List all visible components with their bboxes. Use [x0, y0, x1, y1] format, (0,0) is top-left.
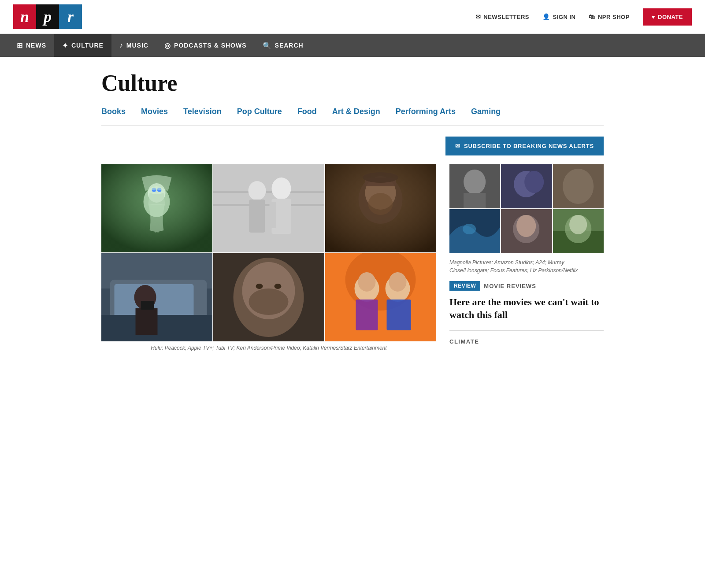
- climate-section: CLIMATE: [449, 330, 604, 345]
- review-badge: REVIEW: [449, 281, 480, 291]
- sign-in-link[interactable]: 👤 SIGN IN: [542, 13, 575, 20]
- svg-point-14: [249, 181, 266, 200]
- news-icon: ⊞: [17, 41, 23, 50]
- headphones-icon: ◎: [164, 41, 171, 50]
- sidebar-image-caption: Magnolia Pictures; Amazon Studios; A24; …: [449, 259, 604, 274]
- grid-cell-3[interactable]: [325, 164, 436, 252]
- right-sidebar: Magnolia Pictures; Amazon Studios; A24; …: [449, 164, 604, 355]
- svg-point-64: [569, 215, 587, 234]
- donate-button[interactable]: ♥ DONATE: [643, 8, 692, 26]
- climate-label: CLIMATE: [449, 338, 479, 345]
- sidebar-cell-2[interactable]: [501, 164, 552, 208]
- newsletters-link[interactable]: ✉ NEWSLETTERS: [475, 13, 529, 20]
- svg-point-55: [563, 169, 594, 204]
- review-header: REVIEW MOVIE REVIEWS: [449, 281, 604, 291]
- main-image-grid: [101, 164, 436, 341]
- user-icon: 👤: [542, 13, 550, 20]
- sub-nav-movies[interactable]: Movies: [141, 107, 168, 116]
- grid-cell-1[interactable]: [101, 164, 212, 252]
- sub-nav-books[interactable]: Books: [101, 107, 126, 116]
- svg-point-22: [368, 193, 393, 215]
- email-icon-subscribe: ✉: [455, 143, 460, 149]
- npr-logo[interactable]: n p r: [13, 4, 82, 29]
- svg-point-45: [389, 272, 407, 292]
- nav-item-music[interactable]: ♪ MUSIC: [111, 34, 156, 57]
- sidebar-images: [449, 164, 604, 253]
- sidebar-cell-6[interactable]: [553, 209, 604, 253]
- svg-rect-8: [213, 164, 324, 252]
- music-icon: ♪: [119, 41, 123, 49]
- svg-point-52: [524, 171, 544, 193]
- nav-item-news[interactable]: ⊞ NEWS: [9, 34, 54, 57]
- grid-cell-5[interactable]: [213, 253, 324, 341]
- logo-n: n: [13, 4, 36, 29]
- page-title: Culture: [101, 70, 604, 96]
- svg-point-48: [464, 170, 486, 194]
- page-content: Culture Books Movies Television Pop Cult…: [88, 57, 617, 368]
- subscribe-area: ✉ SUBSCRIBE TO BREAKING NEWS ALERTS: [101, 126, 604, 164]
- subscribe-button[interactable]: ✉ SUBSCRIBE TO BREAKING NEWS ALERTS: [445, 137, 604, 155]
- svg-rect-10: [213, 204, 324, 206]
- nav-item-search[interactable]: 🔍 SEARCH: [255, 34, 312, 57]
- sidebar-cell-4[interactable]: [449, 209, 500, 253]
- nav-item-culture[interactable]: ✦ CULTURE: [54, 34, 111, 57]
- grid-cell-4[interactable]: [101, 253, 212, 341]
- svg-point-11: [272, 178, 291, 200]
- heart-icon: ♥: [652, 14, 655, 20]
- svg-rect-29: [136, 308, 158, 335]
- svg-point-42: [358, 272, 376, 292]
- sub-nav-pop-culture[interactable]: Pop Culture: [237, 107, 282, 116]
- sub-nav-food[interactable]: Food: [297, 107, 317, 116]
- sidebar-cell-3[interactable]: [553, 164, 604, 208]
- svg-point-60: [516, 215, 536, 237]
- main-image-caption: Hulu; Peacock; Apple TV+; Tubi TV; Keri …: [101, 341, 436, 355]
- sub-nav: Books Movies Television Pop Culture Food…: [101, 107, 604, 126]
- culture-icon: ✦: [62, 41, 68, 50]
- logo-r: r: [59, 4, 82, 29]
- review-label: MOVIE REVIEWS: [484, 283, 536, 289]
- sub-nav-art-design[interactable]: Art & Design: [332, 107, 380, 116]
- sidebar-cell-5[interactable]: [501, 209, 552, 253]
- svg-point-36: [275, 284, 282, 289]
- npr-shop-link[interactable]: 🛍 NPR SHOP: [589, 13, 629, 20]
- content-area: Hulu; Peacock; Apple TV+; Tubi TV; Keri …: [101, 164, 604, 368]
- svg-rect-49: [464, 193, 486, 208]
- svg-rect-13: [270, 202, 276, 228]
- sidebar-cell-1[interactable]: [449, 164, 500, 208]
- sub-nav-gaming[interactable]: Gaming: [471, 107, 501, 116]
- main-image-section: Hulu; Peacock; Apple TV+; Tubi TV; Keri …: [101, 164, 436, 355]
- sub-nav-television[interactable]: Television: [183, 107, 222, 116]
- svg-point-35: [256, 284, 263, 289]
- nav-item-podcasts[interactable]: ◎ PODCASTS & SHOWS: [156, 34, 255, 57]
- logo-p: p: [36, 4, 59, 29]
- svg-rect-43: [356, 300, 378, 330]
- svg-point-37: [249, 288, 289, 315]
- article-title[interactable]: Here are the movies we can't wait to wat…: [449, 296, 604, 321]
- email-icon: ✉: [475, 13, 481, 20]
- grid-cell-6[interactable]: [325, 253, 436, 341]
- svg-rect-46: [387, 300, 411, 330]
- top-bar: n p r ✉ NEWSLETTERS 👤 SIGN IN 🛍 NPR SHOP…: [0, 0, 705, 34]
- main-nav: ⊞ NEWS ✦ CULTURE ♪ MUSIC ◎ PODCASTS & SH…: [0, 34, 705, 57]
- grid-cell-2[interactable]: [213, 164, 324, 252]
- bag-icon: 🛍: [589, 13, 595, 20]
- logo-container: n p r: [13, 4, 82, 29]
- svg-point-21: [363, 172, 398, 183]
- svg-point-57: [463, 224, 476, 234]
- search-icon: 🔍: [263, 41, 272, 50]
- svg-rect-30: [141, 301, 154, 310]
- top-nav: ✉ NEWSLETTERS 👤 SIGN IN 🛍 NPR SHOP ♥ DON…: [475, 8, 692, 26]
- svg-rect-15: [249, 200, 265, 233]
- sub-nav-performing-arts[interactable]: Performing Arts: [396, 107, 456, 116]
- svg-rect-9: [213, 191, 324, 193]
